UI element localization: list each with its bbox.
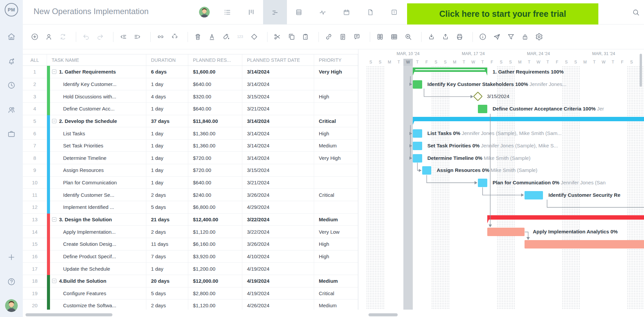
priority-cell[interactable]: Medium (314, 300, 358, 310)
row-number[interactable]: 6 (23, 127, 47, 139)
planned-start-cell[interactable]: 3/15/2024 (242, 90, 314, 102)
row-number[interactable]: 16 (23, 251, 47, 263)
duration-cell[interactable]: 1 day (146, 152, 188, 164)
priority-cell[interactable] (314, 201, 358, 213)
row-number[interactable]: 20 (23, 300, 47, 310)
planned-start-cell[interactable]: 4/19/2024 (242, 287, 314, 300)
assign-icon[interactable] (45, 33, 53, 41)
task-name-cell[interactable]: Identify Key Customer... (47, 78, 146, 90)
planned-start-cell[interactable]: 3/14/2024 (242, 152, 314, 164)
task-name-cell[interactable]: Customize the Softwa... (47, 300, 146, 310)
duration-cell[interactable]: 4 days (146, 90, 188, 102)
priority-cell[interactable] (314, 177, 358, 189)
trash-icon[interactable] (194, 33, 202, 41)
task-name-cell[interactable]: −1. Gather Requirements (47, 66, 146, 78)
import-icon[interactable] (428, 33, 435, 41)
planned-cost-cell[interactable]: $1,360.00 (188, 140, 242, 152)
duration-cell[interactable]: 5 days (146, 287, 188, 300)
collapse-toggle[interactable]: − (52, 119, 56, 123)
duration-cell[interactable]: 2 days (146, 189, 188, 201)
planned-cost-cell[interactable]: $1,200.00 (188, 263, 242, 275)
collapse-toggle[interactable]: − (52, 279, 56, 283)
gantt-task-bar[interactable] (422, 166, 432, 175)
gantt-task-bar[interactable] (413, 154, 422, 163)
planned-cost-cell[interactable]: $1,360.00 (188, 127, 242, 139)
share-icon[interactable] (493, 33, 501, 41)
table-row[interactable]: 7Set Task Priorities1 day$1,360.003/14/2… (23, 140, 358, 152)
shape-icon[interactable] (250, 33, 258, 41)
table-row[interactable]: 8Determine Timeline1 day$720.003/14/2024… (23, 152, 358, 164)
row-number[interactable]: 18 (23, 275, 47, 287)
planned-cost-cell[interactable]: $720.00 (188, 164, 242, 176)
team-icon[interactable] (7, 105, 16, 114)
gantt-summary-bar[interactable] (413, 67, 487, 72)
priority-cell[interactable]: High (314, 238, 358, 250)
gantt-task-bar[interactable] (478, 179, 487, 187)
columns-icon[interactable] (376, 33, 384, 41)
planned-cost-cell[interactable]: $2,800.00 (188, 287, 242, 300)
priority-cell[interactable]: Critical (314, 287, 358, 300)
table-row[interactable]: 13−3. Design the Solution21 days$12,400.… (23, 214, 358, 226)
copy-icon[interactable] (288, 33, 295, 41)
gantt-summary-bar[interactable] (413, 117, 644, 121)
gantt-task-bar[interactable] (525, 191, 543, 199)
planned-cost-cell[interactable]: $240.00 (188, 189, 242, 201)
collapse-toggle[interactable]: − (52, 70, 56, 74)
tab-view-alert[interactable] (382, 0, 406, 25)
project-owner-avatar[interactable] (199, 7, 210, 17)
column-header-planned-res[interactable]: PLANNED RES... (188, 54, 242, 65)
duration-cell[interactable]: 1 day (146, 127, 188, 139)
task-name-cell[interactable]: List Tasks (47, 127, 146, 139)
tab-view-doc[interactable] (358, 0, 382, 25)
column-header-task-name[interactable]: TASK NAME (47, 54, 146, 65)
duration-cell[interactable]: 1 day (146, 177, 188, 189)
planned-start-cell[interactable]: 3/26/2024 (242, 238, 314, 250)
free-trial-banner[interactable]: Click here to start your free trial (407, 3, 598, 25)
task-name-cell[interactable]: −2. Develop the Schedule (47, 115, 146, 127)
row-number[interactable]: 17 (23, 263, 47, 275)
priority-cell[interactable]: Very Low (314, 226, 358, 238)
clock-icon[interactable] (7, 81, 16, 90)
table-row[interactable]: 16Define Product Specif...7 days$3,920.0… (23, 251, 358, 263)
planned-start-cell[interactable]: 3/14/2024 (242, 115, 314, 127)
task-name-cell[interactable]: −4.Build the Solution (47, 275, 146, 287)
task-name-cell[interactable]: −3. Design the Solution (47, 214, 146, 226)
table-row[interactable]: 14Apply Implementation...2 days$1,120.00… (23, 226, 358, 238)
duration-cell[interactable]: 1 day (146, 164, 188, 176)
planned-start-cell[interactable]: 3/22/2024 (242, 226, 314, 238)
planned-cost-cell[interactable]: $640.00 (188, 103, 242, 115)
duration-cell[interactable]: 1 day (146, 263, 188, 275)
table-row[interactable]: 9Assign Resources1 day$720.003/15/2024 (23, 164, 358, 177)
row-number[interactable]: 12 (23, 201, 47, 213)
table-row[interactable]: 1−1. Gather Requirements6 days$1,600.003… (23, 66, 358, 78)
lock-icon[interactable] (521, 33, 529, 41)
task-name-cell[interactable]: Update the Schedule (47, 263, 146, 275)
gantt-horizontal-scrollbar[interactable] (368, 313, 398, 316)
gantt-vertical-scrollbar[interactable] (640, 54, 642, 87)
user-avatar[interactable] (5, 299, 18, 312)
planned-start-cell[interactable]: 4/19/2024 (242, 275, 314, 287)
unlink-tasks-icon[interactable] (171, 33, 179, 41)
row-number[interactable]: 5 (23, 115, 47, 127)
print-icon[interactable] (456, 33, 463, 41)
briefcase-icon[interactable] (7, 130, 16, 138)
indent-icon[interactable] (134, 33, 141, 41)
task-name-cell[interactable]: Plan for Communication (47, 177, 146, 189)
column-header-duration[interactable]: DURATION (146, 54, 188, 65)
gantt-task-bar[interactable] (487, 228, 525, 236)
notes-icon[interactable] (339, 33, 347, 41)
planned-start-cell[interactable]: 3/22/2024 (242, 214, 314, 226)
tab-view-gantt[interactable] (263, 0, 287, 25)
row-number[interactable]: 4 (23, 103, 47, 115)
task-name-cell[interactable]: Determine Timeline (47, 152, 146, 164)
fill-color-icon[interactable] (222, 33, 230, 41)
duration-cell[interactable]: 11 days (146, 238, 188, 250)
planned-cost-cell[interactable]: $12,400.00 (188, 214, 242, 226)
planned-cost-cell[interactable]: $320.00 (188, 90, 242, 102)
planned-cost-cell[interactable]: $6,800.00 (188, 201, 242, 213)
task-name-cell[interactable]: Assign Resources (47, 164, 146, 176)
priority-cell[interactable]: Medium (314, 140, 358, 152)
gantt-task-bar[interactable] (525, 240, 644, 248)
duration-cell[interactable]: 21 days (146, 214, 188, 226)
priority-cell[interactable]: High (314, 127, 358, 139)
